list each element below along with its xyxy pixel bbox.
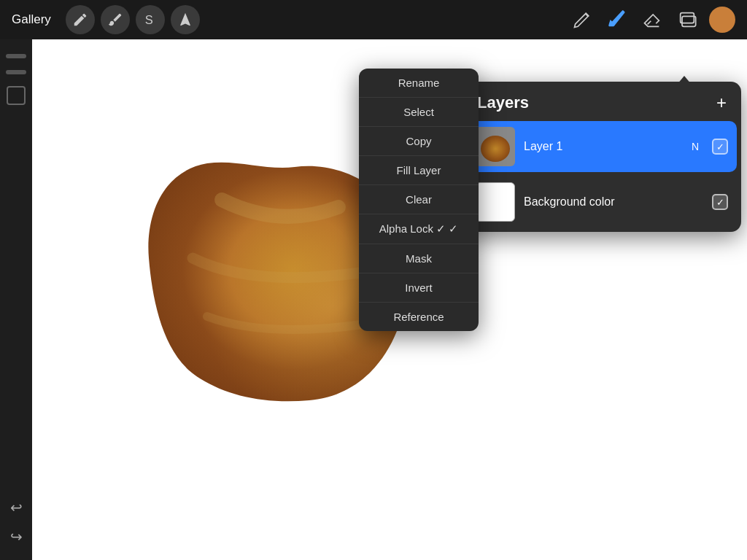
pen-tool-button[interactable]: [569, 7, 595, 33]
layer-row-background[interactable]: Background color: [467, 176, 737, 228]
layer-visibility-layer1[interactable]: [712, 139, 728, 155]
layer-visibility-background[interactable]: [712, 194, 728, 210]
layer-row-layer1[interactable]: Layer 1N: [467, 121, 737, 172]
color-square[interactable]: [7, 86, 26, 105]
layers-panel-arrow: [677, 76, 692, 85]
sidebar-bottom: ↩ ↪: [10, 499, 23, 545]
menu-item-clear[interactable]: Clear: [359, 185, 479, 214]
svg-text:S: S: [145, 13, 153, 26]
layers-tool-button[interactable]: [674, 7, 700, 33]
arrow-tool-button[interactable]: [171, 5, 200, 34]
canvas-area[interactable]: RenameSelectCopyFill LayerClearAlpha Loc…: [32, 39, 747, 560]
menu-item-rename[interactable]: Rename: [359, 69, 479, 98]
layer-thumbnail-background: [476, 182, 515, 222]
svg-point-4: [481, 136, 510, 162]
user-avatar[interactable]: [709, 7, 735, 33]
menu-item-mask[interactable]: Mask: [359, 244, 479, 273]
menu-item-invert[interactable]: Invert: [359, 273, 479, 303]
opacity-slider[interactable]: [6, 70, 26, 74]
left-sidebar: ↩ ↪: [0, 39, 32, 560]
layer-thumbnail-layer1: [476, 127, 515, 166]
layers-header: Layers +: [462, 82, 741, 121]
smudge-tool-button[interactable]: [101, 5, 130, 34]
layer-name-background: Background color: [524, 195, 703, 209]
brush-size-slider[interactable]: [6, 54, 26, 58]
menu-item-reference[interactable]: Reference: [359, 303, 479, 331]
top-toolbar: Gallery S: [0, 0, 747, 39]
layers-title: Layers: [477, 93, 529, 112]
menu-item-copy[interactable]: Copy: [359, 127, 479, 156]
menu-item-fill-layer[interactable]: Fill Layer: [359, 156, 479, 185]
gallery-button[interactable]: Gallery: [12, 12, 51, 27]
redo-button[interactable]: ↪: [10, 528, 23, 545]
brush-tool-button[interactable]: [604, 7, 630, 33]
menu-item-alpha-lock[interactable]: Alpha Lock ✓: [359, 214, 479, 244]
context-menu: RenameSelectCopyFill LayerClearAlpha Loc…: [359, 69, 479, 331]
layer-name-layer1: Layer 1: [524, 140, 683, 153]
modify-tool-button[interactable]: [66, 5, 95, 34]
menu-item-select[interactable]: Select: [359, 98, 479, 127]
layers-list: Layer 1NBackground color: [462, 121, 741, 228]
eraser-tool-button[interactable]: [639, 7, 665, 33]
layer-blend-mode-layer1[interactable]: N: [692, 141, 699, 152]
add-layer-button[interactable]: +: [716, 94, 727, 112]
stamp-tool-button[interactable]: S: [136, 5, 165, 34]
right-tools: [569, 7, 735, 33]
undo-button[interactable]: ↩: [10, 499, 23, 516]
layers-panel: Layers + Layer 1NBackground color: [462, 82, 741, 232]
